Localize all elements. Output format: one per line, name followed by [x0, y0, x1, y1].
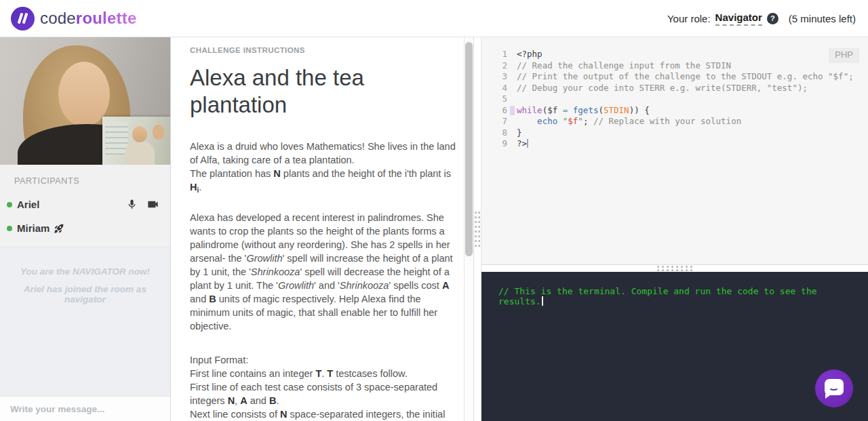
line-number: 7	[488, 116, 513, 127]
help-icon[interactable]: ?	[767, 13, 778, 24]
online-status-dot	[7, 202, 12, 207]
participant-name: Miriam	[17, 222, 50, 234]
message-input-wrap	[0, 396, 170, 421]
role-value[interactable]: Navigator	[715, 12, 762, 26]
instructions-panel: CHALLENGE INSTRUCTIONS Alexa and the tea…	[171, 37, 473, 421]
editor-gutter: 3	[481, 71, 513, 83]
code-text: while($f = fgets(STDIN)) {	[513, 105, 650, 117]
terminal[interactable]: // This is the terminal. Compile and run…	[481, 272, 868, 421]
instructions-section-title: CHALLENGE INSTRUCTIONS	[190, 46, 446, 54]
code-line: 9?>	[481, 138, 868, 150]
remote-cursor-marker	[510, 106, 515, 115]
camera-icon[interactable]	[146, 198, 159, 211]
line-number: 6	[488, 105, 513, 117]
code-line: 3// Print the output of the challenge to…	[481, 71, 868, 83]
editor-gutter: 4	[481, 83, 513, 94]
line-number: 4	[488, 83, 513, 94]
chat-launcher-button[interactable]	[815, 369, 853, 407]
code-line: 6while($f = fgets(STDIN)) {	[481, 105, 868, 117]
mic-icon[interactable]	[126, 199, 138, 210]
instructions-scrollbar[interactable]	[464, 37, 473, 421]
participant-row[interactable]: Miriam	[0, 216, 170, 240]
editor-gutter: 2	[481, 60, 513, 72]
line-number: 5	[488, 94, 513, 105]
brand-name-roulette: roulette	[76, 9, 137, 27]
instructions-body: Alexa is a druid who loves Mathematics! …	[190, 140, 457, 421]
brand-icon	[11, 7, 35, 31]
language-badge: PHP	[829, 48, 859, 63]
editor-gutter: 6	[481, 105, 513, 117]
app-root: coderoulette Your role: Navigator ? (5 m…	[0, 0, 868, 421]
webcam-self-video	[102, 117, 170, 165]
editor-gutter: 5	[481, 94, 513, 105]
instructions-paragraph: Alexa has developed a recent interest in…	[190, 211, 457, 333]
terminal-text: // This is the terminal. Compile and run…	[498, 286, 817, 306]
line-number: 9	[488, 138, 513, 150]
chat-launcher-icon	[825, 379, 844, 395]
role-info: Your role: Navigator ? (5 minutes left)	[667, 12, 856, 26]
line-number: 3	[488, 71, 513, 83]
code-text: // Read the challenge input from the STD…	[513, 60, 731, 72]
editor-gutter: 7	[481, 116, 513, 127]
editor-gutter: 8	[481, 127, 513, 139]
right-panel: 1<?php2// Read the challenge input from …	[481, 37, 868, 421]
drag-dots-icon	[657, 266, 692, 272]
chat-message: You are the NAVIGATOR now!	[9, 266, 161, 277]
rocket-icon	[54, 223, 64, 234]
participant-row[interactable]: Ariel	[0, 193, 170, 216]
message-input[interactable]	[0, 404, 170, 414]
code-line: 2// Read the challenge input from the ST…	[481, 60, 868, 72]
line-number: 2	[488, 60, 513, 72]
code-text: }	[513, 127, 522, 139]
editor-gutter: 9	[481, 138, 513, 150]
line-number: 1	[488, 49, 513, 60]
code-editor[interactable]: 1<?php2// Read the challenge input from …	[481, 37, 868, 264]
participants-list: ArielMiriam	[0, 193, 170, 240]
code-text: <?php	[513, 49, 542, 60]
code-text: // Print the output of the challenge to …	[513, 71, 854, 83]
instructions-scrollbar-thumb[interactable]	[465, 42, 473, 256]
editor-cursor	[527, 139, 528, 148]
online-status-dot	[7, 226, 12, 231]
role-label: Your role:	[667, 13, 711, 24]
code-line: 8}	[481, 127, 868, 139]
participant-name: Ariel	[17, 199, 39, 210]
code-line: 4// Debug your code into STERR e.g. writ…	[481, 83, 868, 94]
instructions-paragraph: Alexa is a druid who loves Mathematics! …	[190, 140, 457, 197]
code-text	[513, 94, 517, 105]
webcam-main-video	[0, 37, 170, 165]
code-lines: 1<?php2// Read the challenge input from …	[481, 49, 868, 150]
code-line: 1<?php	[481, 49, 868, 60]
code-line: 7 echo "$f"; // Replace with your soluti…	[481, 116, 868, 127]
participants-section: PARTICIPANTS ArielMiriam	[0, 165, 170, 247]
editor-gutter: 1	[481, 49, 513, 60]
code-text: echo "$f"; // Replace with your solution	[513, 116, 741, 127]
code-text: // Debug your code into STERR e.g. write…	[513, 83, 808, 94]
brand-name-code: code	[40, 9, 76, 27]
brand-name: coderoulette	[40, 9, 136, 28]
instructions-paragraph: Input Format:First line contains an inte…	[190, 353, 457, 421]
terminal-cursor	[542, 296, 543, 306]
code-line: 5	[481, 94, 868, 105]
sidebar: PARTICIPANTS ArielMiriam You are the NAV…	[0, 37, 171, 421]
line-number: 8	[488, 127, 513, 139]
brand-logo[interactable]: coderoulette	[11, 7, 136, 31]
chat-message: Ariel has joined the room as navigator	[9, 284, 161, 304]
challenge-title: Alexa and the tea plantation	[190, 64, 446, 119]
panel-resize-handle-vertical[interactable]	[473, 37, 481, 421]
panel-resize-handle-horizontal[interactable]	[481, 264, 868, 272]
participant-actions	[126, 198, 159, 211]
participants-title: PARTICIPANTS	[0, 176, 170, 186]
chat-message-list: You are the NAVIGATOR now!Ariel has join…	[0, 247, 170, 396]
code-text: ?>	[513, 138, 528, 150]
header: coderoulette Your role: Navigator ? (5 m…	[0, 0, 868, 37]
time-left: (5 minutes left)	[789, 13, 856, 24]
drag-dots-icon	[475, 212, 481, 247]
main-content: PARTICIPANTS ArielMiriam You are the NAV…	[0, 37, 868, 421]
